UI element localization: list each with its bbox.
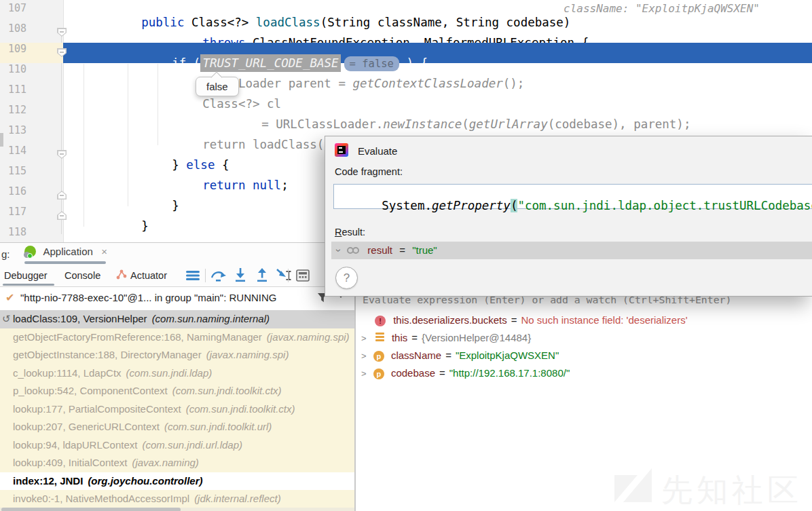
tab-debugger-underline [3, 284, 54, 286]
code-line-111[interactable]: Class<?> cl [63, 83, 812, 104]
step-into-icon[interactable] [234, 268, 247, 283]
tab-actuator[interactable]: Actuator [130, 270, 167, 281]
menu-icon[interactable] [186, 270, 200, 281]
stack-frame[interactable]: getObjectInstance:188, DirectoryManager(… [0, 346, 354, 364]
run-config-prefix: g: [1, 248, 10, 260]
evaluate-expression-icon[interactable] [296, 269, 310, 282]
expand-chevron-icon[interactable]: > [361, 333, 367, 343]
fold-marker-icon[interactable] [57, 211, 67, 220]
result-row[interactable]: › result = "true" [331, 242, 812, 259]
inline-parameter-hint: className: "ExploitpKjaQWSXEN" [564, 2, 760, 15]
thread-status-icon: ✔ [5, 291, 14, 304]
watch-icon [347, 247, 361, 254]
variable-row-error[interactable]: ! this.deserializers.buckets=No such ins… [375, 312, 688, 328]
line-number: 116 [8, 185, 49, 206]
help-icon[interactable]: ? [335, 267, 358, 289]
intellij-logo-icon [335, 143, 348, 157]
dialog-title: Evaluate [358, 145, 397, 157]
thread-description: "http-nio-7788-exec-10"@1... in group "m… [20, 292, 277, 303]
expression-input[interactable]: System.getProperty("com.sun.jndi.ldap.ob… [333, 184, 812, 209]
fold-marker-icon[interactable] [57, 191, 67, 200]
error-icon: ! [375, 316, 386, 326]
tab-console[interactable]: Console [64, 270, 100, 281]
step-over-icon[interactable] [210, 269, 227, 282]
stack-frame[interactable]: invoke0:-1, NativeMethodAccessorImpl(jdk… [0, 490, 354, 508]
stack-frame[interactable]: lookup:177, PartialCompositeContext(com.… [0, 400, 354, 419]
line-number: 117 [8, 206, 49, 226]
ide-window: 107 108 109 110 111 112 113 114 115 116 … [0, 0, 812, 511]
parameter-icon: p [373, 351, 384, 362]
line-number: 110 [8, 63, 49, 83]
debugger-value-tooltip: false [196, 77, 239, 96]
expand-chevron-icon[interactable]: > [361, 368, 367, 379]
stack-frame[interactable]: lookup:94, ldapURLContext(com.sun.jndi.u… [0, 436, 354, 455]
line-number: 114 [8, 145, 49, 165]
code-line-110[interactable]: ClassLoader parent = getContextClassLoad… [63, 63, 812, 83]
this-icon [375, 333, 384, 341]
fold-marker-icon[interactable] [57, 150, 67, 159]
evaluate-dialog: Evaluate Code fragment: System.getProper… [325, 136, 812, 297]
stack-frame-user-code[interactable]: index:12, JNDI(org.joychou.controller) [0, 472, 354, 491]
line-number: 111 [8, 83, 49, 104]
variable-row-this[interactable]: > this={VersionHelper@14484} [361, 330, 531, 346]
fold-marker-icon[interactable] [57, 28, 67, 37]
line-number: 108 [8, 22, 49, 43]
stack-frame[interactable]: getObjectFactoryFromReference:168, Namin… [0, 328, 354, 347]
code-line-108[interactable]: throws ClassNotFoundException, Malformed… [63, 22, 812, 43]
spring-boot-icon [24, 246, 36, 257]
stack-frame[interactable]: lookup:409, InitialContext(javax.naming) [0, 454, 354, 472]
stack-frame[interactable]: p_lookup:542, ComponentContext(com.sun.j… [0, 382, 354, 400]
line-number: 107 [8, 2, 49, 22]
watermark-text: 先知社区 [661, 470, 802, 511]
code-line-109-execution-point[interactable]: if (TRUST_URL_CODE_BASE= false ) { [63, 43, 812, 63]
call-stack-list: ↺ loadClass:109, VersionHelper(com.sun.n… [0, 310, 354, 508]
actuator-icon [115, 269, 128, 281]
tab-debugger[interactable]: Debugger [4, 270, 48, 281]
thread-selector-row[interactable]: ✔ "http-nio-7788-exec-10"@1... in group … [0, 287, 355, 311]
watermark: 先知社区 [611, 467, 812, 508]
line-number: 115 [8, 165, 49, 185]
expand-chevron-icon[interactable]: > [361, 351, 367, 361]
variable-row-classname[interactable]: > p className="ExploitpKjaQWSXEN" [361, 347, 559, 364]
line-number: 113 [8, 124, 49, 145]
run-tab-underline [24, 261, 106, 264]
stack-frame[interactable]: c_lookup:1114, LdapCtx(com.sun.jndi.ldap… [0, 364, 354, 383]
parameter-icon: p [373, 368, 384, 379]
result-label: Result: [335, 227, 365, 238]
stack-frame[interactable]: lookup:207, GenericURLContext(com.sun.jn… [0, 418, 354, 436]
code-line-107[interactable]: public Class<?> loadClass(String classNa… [63, 2, 812, 22]
horizontal-scrollbar [0, 508, 354, 511]
current-frame-icon: ↺ [2, 310, 11, 328]
chevron-down-icon[interactable]: › [330, 249, 348, 252]
line-number: 109 [8, 43, 49, 63]
toolbar-separator [205, 269, 206, 282]
stack-frame[interactable]: ↺ loadClass:109, VersionHelper(com.sun.n… [0, 310, 354, 328]
line-number: 112 [8, 104, 49, 124]
scrollbar-thumb[interactable] [1, 508, 181, 511]
close-icon[interactable]: × [101, 246, 107, 257]
code-fragment-label: Code fragment: [335, 166, 403, 177]
code-line-112[interactable]: = URLClassLoader.newInstance(getUrlArray… [63, 104, 812, 124]
toolbar-separator [288, 269, 289, 282]
editor-edge-marker [0, 133, 3, 147]
variable-row-codebase[interactable]: > p codebase="http://192.168.17.1:8080/" [361, 365, 570, 381]
fold-marker-icon[interactable] [57, 48, 67, 57]
run-to-cursor-icon[interactable] [276, 268, 293, 283]
step-out-icon[interactable] [255, 268, 269, 283]
